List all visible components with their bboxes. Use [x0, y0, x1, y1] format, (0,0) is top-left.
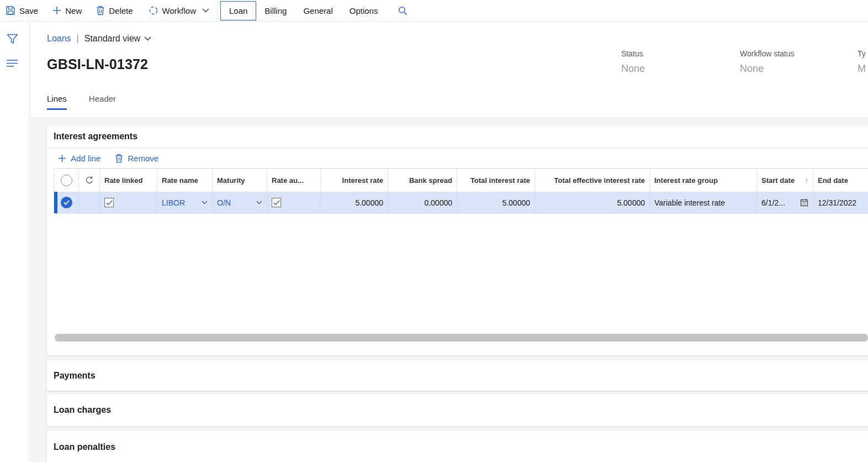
add-line-label: Add line: [71, 154, 100, 163]
col-header-end-date[interactable]: End date: [813, 169, 868, 192]
section-title-loan-penalties: Loan penalties: [47, 442, 115, 452]
section-title-payments: Payments: [47, 371, 96, 381]
search-icon: [398, 6, 407, 15]
filter-pane-button[interactable]: [6, 33, 19, 45]
menu-tab-loan-label: Loan: [229, 6, 247, 15]
col-header-bank-spread[interactable]: Bank spread: [388, 169, 457, 192]
horizontal-scrollbar[interactable]: [54, 333, 868, 342]
rate-name-value[interactable]: LIBOR: [162, 198, 185, 207]
task-list-button[interactable]: [6, 58, 18, 68]
workflow-status-label: Workflow status: [740, 49, 795, 58]
menu-tab-billing[interactable]: Billing: [256, 1, 295, 20]
chevron-down-icon[interactable]: [256, 201, 262, 204]
search-button[interactable]: [398, 6, 407, 15]
new-button[interactable]: New: [52, 6, 82, 15]
workflow-button[interactable]: Workflow: [149, 6, 209, 15]
left-rail: [0, 22, 30, 462]
refresh-cell[interactable]: [79, 169, 100, 192]
tab-surface: Interest agreements Add line Remove: [31, 117, 868, 462]
delete-button[interactable]: Delete: [96, 6, 133, 15]
cell-rate-name[interactable]: LIBOR: [157, 192, 213, 213]
menu-tab-loan[interactable]: Loan: [220, 1, 256, 20]
start-date-header-label: Start date: [761, 176, 795, 185]
workflow-status-value: None: [740, 63, 795, 75]
remove-button[interactable]: Remove: [115, 154, 158, 163]
view-selector-label: Standard view: [84, 34, 140, 44]
chevron-down-icon: [144, 36, 151, 41]
refresh-icon: [85, 176, 94, 185]
menu-lines-icon: [6, 58, 18, 68]
loan-charges-section[interactable]: Loan charges: [47, 394, 868, 426]
menu-tab-options-label: Options: [350, 6, 378, 15]
record-tabs: Lines Header: [47, 94, 116, 110]
calendar-icon[interactable]: [800, 198, 808, 207]
trash-icon: [115, 154, 123, 163]
status-field: Status None: [621, 49, 645, 75]
cell-rate-auto[interactable]: [267, 192, 321, 213]
cell-rate-linked[interactable]: [100, 192, 157, 213]
select-all-cell[interactable]: [54, 169, 79, 192]
select-all-circle-icon[interactable]: [61, 175, 72, 186]
view-selector[interactable]: Standard view: [84, 34, 151, 44]
cell-total-interest-rate[interactable]: 5.00000: [457, 192, 535, 213]
col-header-interest-rate[interactable]: Interest rate: [321, 169, 388, 192]
col-header-total-interest-rate[interactable]: Total interest rate: [457, 169, 535, 192]
cell-maturity[interactable]: O/N: [213, 192, 267, 213]
trash-icon: [96, 6, 105, 15]
chevron-down-icon[interactable]: [202, 201, 208, 204]
interest-agreements-grid: Rate linked Rate name Maturity Rate au..…: [54, 168, 868, 214]
grid-toolbar: Add line Remove: [47, 148, 868, 168]
plus-icon: [58, 154, 66, 162]
add-line-button[interactable]: Add line: [58, 154, 100, 163]
breadcrumb: Loans | Standard view: [47, 34, 151, 44]
cell-total-effective-interest-rate[interactable]: 5.00000: [535, 192, 650, 213]
rate-linked-checkbox-checked[interactable]: [104, 198, 114, 207]
col-header-start-date[interactable]: Start date ↑: [757, 169, 813, 192]
breadcrumb-separator: |: [77, 34, 79, 44]
cell-interest-rate[interactable]: 5.00000: [321, 192, 388, 213]
cell-start-date[interactable]: 6/1/2...: [757, 192, 813, 213]
breadcrumb-loans-link[interactable]: Loans: [47, 34, 71, 44]
col-header-interest-rate-group[interactable]: Interest rate group: [650, 169, 757, 192]
new-label: New: [65, 6, 82, 15]
table-row[interactable]: LIBOR O/N: [54, 192, 868, 214]
row-select-cell[interactable]: [54, 192, 79, 213]
filter-icon: [6, 33, 19, 45]
type-value: M: [858, 63, 866, 75]
menu-tab-general[interactable]: General: [295, 1, 341, 20]
chevron-down-icon: [202, 8, 209, 13]
rate-auto-checkbox-checked[interactable]: [272, 198, 281, 207]
cell-end-date[interactable]: 12/31/2022: [813, 192, 868, 213]
command-bar: Save New Delete Workflow Loan Billing Ge…: [0, 0, 868, 22]
col-header-total-effective-interest-rate[interactable]: Total effective interest rate: [535, 169, 650, 192]
tab-header[interactable]: Header: [89, 94, 116, 110]
interest-agreements-section: Interest agreements Add line Remove: [47, 125, 868, 355]
maturity-value[interactable]: O/N: [217, 198, 231, 207]
tab-lines[interactable]: Lines: [47, 94, 67, 110]
grid-header-row: Rate linked Rate name Maturity Rate au..…: [54, 169, 868, 192]
menu-tab-options[interactable]: Options: [341, 1, 387, 20]
col-header-rate-linked[interactable]: Rate linked: [100, 169, 157, 192]
row-selected-circle-icon[interactable]: [61, 197, 72, 208]
col-header-rate-auto[interactable]: Rate au...: [267, 169, 321, 192]
type-field-clipped: Ty M: [858, 49, 866, 75]
horizontal-scrollbar-thumb[interactable]: [55, 334, 868, 342]
plus-icon: [52, 6, 61, 15]
col-header-maturity[interactable]: Maturity: [213, 169, 267, 192]
workflow-icon: [149, 6, 158, 15]
status-value: None: [621, 63, 645, 75]
start-date-value[interactable]: 6/1/2...: [761, 198, 785, 207]
row-refresh-cell: [79, 192, 100, 213]
page-title: GBSI-LN-01372: [47, 56, 148, 72]
menu-tab-general-label: General: [303, 6, 332, 15]
delete-label: Delete: [109, 6, 133, 15]
col-header-rate-name[interactable]: Rate name: [157, 169, 213, 192]
cell-interest-rate-group[interactable]: Variable interest rate: [650, 192, 757, 213]
sort-ascending-icon: ↑: [805, 176, 809, 185]
cell-bank-spread[interactable]: 0.00000: [388, 192, 457, 213]
payments-section[interactable]: Payments: [47, 360, 868, 391]
remove-label: Remove: [128, 154, 158, 163]
save-button[interactable]: Save: [6, 6, 38, 15]
workflow-status-field: Workflow status None: [740, 49, 795, 75]
loan-penalties-section[interactable]: Loan penalties: [47, 431, 868, 462]
